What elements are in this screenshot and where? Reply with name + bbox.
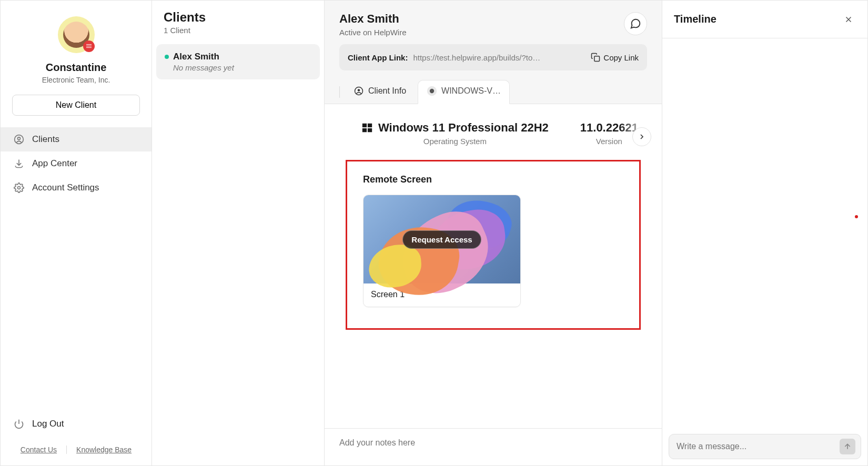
copy-link-button[interactable]: Copy Link: [591, 53, 639, 62]
os-name: Windows 11 Professional 22H2: [378, 121, 549, 135]
system-info-row[interactable]: Windows 11 Professional 22H2 Operating S…: [325, 104, 662, 157]
compose-bar: [669, 434, 861, 459]
svg-point-2: [18, 187, 21, 189]
svg-rect-3: [594, 56, 600, 62]
copy-icon: [591, 53, 600, 62]
close-icon: [844, 15, 853, 24]
svg-point-1: [18, 137, 21, 140]
nav-label: App Center: [32, 158, 77, 169]
sidebar-left: Constantine Electronic Team, Inc. New Cl…: [1, 1, 152, 465]
svg-rect-9: [368, 123, 372, 127]
clients-title: Clients: [164, 10, 312, 25]
user-circle-icon: [354, 86, 364, 96]
tab-label: WINDOWS-V…: [441, 86, 501, 96]
timeline-body[interactable]: [662, 38, 867, 428]
footer-links: Contact Us Knowledge Base: [1, 436, 152, 465]
download-icon: [13, 158, 25, 169]
logout-button[interactable]: Log Out: [1, 412, 152, 436]
client-card[interactable]: Alex Smith No messages yet: [156, 44, 320, 79]
os-label: Operating System: [361, 137, 549, 146]
clients-header: Clients 1 Client: [152, 1, 324, 40]
screen-thumbnail: Request Access: [364, 195, 520, 283]
clients-count: 1 Client: [164, 26, 312, 35]
version-label: Version: [580, 137, 638, 146]
profile-block: Constantine Electronic Team, Inc.: [1, 1, 152, 84]
svg-rect-10: [362, 128, 367, 131]
detail-title: Alex Smith: [339, 12, 407, 26]
notes-area: [325, 428, 662, 465]
svg-point-5: [358, 89, 360, 92]
request-access-button[interactable]: Request Access: [402, 230, 481, 249]
new-client-button[interactable]: New Client: [12, 95, 140, 116]
nav-item-clients[interactable]: Clients: [1, 127, 152, 151]
nav-label: Account Settings: [32, 183, 99, 193]
client-name: Alex Smith: [173, 52, 219, 62]
brand-badge-icon: [83, 40, 95, 52]
client-name-row: Alex Smith: [165, 52, 311, 62]
scroll-next-button[interactable]: [632, 127, 651, 146]
avatar[interactable]: [58, 16, 95, 53]
tab-client-info[interactable]: Client Info: [345, 80, 415, 104]
gear-icon: [13, 182, 25, 194]
clients-column: Clients 1 Client Alex Smith No messages …: [152, 1, 325, 465]
sysinfo-os: Windows 11 Professional 22H2 Operating S…: [346, 121, 564, 146]
knowledge-base-link[interactable]: Knowledge Base: [67, 445, 141, 454]
svg-rect-11: [368, 128, 372, 131]
notes-input[interactable]: [339, 438, 647, 448]
power-icon: [13, 418, 25, 430]
arrow-up-icon: [843, 442, 852, 451]
tab-separator: [339, 86, 340, 98]
copy-link-label: Copy Link: [603, 53, 639, 62]
contact-us-link[interactable]: Contact Us: [11, 445, 66, 454]
detail-body: Windows 11 Professional 22H2 Operating S…: [325, 104, 662, 465]
detail-column: Alex Smith Active on HelpWire Client App…: [325, 1, 662, 465]
marker-dot-icon: [855, 215, 858, 218]
tab-device[interactable]: WINDOWS-V…: [418, 80, 510, 104]
timeline-header: Timeline: [662, 1, 867, 38]
logout-label: Log Out: [32, 419, 64, 429]
chat-icon: [630, 18, 641, 29]
status-online-icon: [165, 55, 169, 59]
chat-button[interactable]: [624, 12, 647, 35]
detail-subtitle: Active on HelpWire: [339, 28, 407, 37]
tab-label: Client Info: [368, 86, 406, 96]
link-url[interactable]: https://test.helpwire.app/builds/?to…: [413, 53, 586, 62]
remote-screen-title: Remote Screen: [363, 174, 623, 185]
svg-point-7: [430, 89, 434, 93]
version-value: 11.0.22621: [580, 121, 638, 135]
svg-rect-8: [362, 123, 367, 127]
nav-label: Clients: [32, 134, 59, 145]
nav-list: Clients App Center Account Settings: [1, 127, 152, 200]
client-app-link-bar: Client App Link: https://test.helpwire.a…: [339, 44, 647, 70]
detail-header: Alex Smith Active on HelpWire: [325, 1, 662, 44]
device-avatar-icon: [427, 86, 437, 96]
timeline-column: Timeline: [662, 1, 867, 465]
user-circle-icon: [13, 134, 25, 145]
remote-screen-highlight: Remote Screen Request Access Screen 1: [346, 160, 641, 330]
profile-org: Electronic Team, Inc.: [42, 76, 110, 84]
link-label: Client App Link:: [348, 53, 408, 62]
nav-item-account-settings[interactable]: Account Settings: [1, 176, 152, 200]
client-subtitle: No messages yet: [173, 63, 311, 72]
timeline-title: Timeline: [674, 13, 716, 25]
windows-icon: [361, 122, 373, 134]
screen-card[interactable]: Request Access Screen 1: [363, 195, 521, 307]
detail-tabs: Client Info WINDOWS-V…: [325, 70, 662, 104]
send-button[interactable]: [840, 439, 855, 454]
message-input[interactable]: [677, 442, 840, 451]
profile-name: Constantine: [46, 62, 107, 74]
close-button[interactable]: [841, 12, 856, 27]
nav-item-app-center[interactable]: App Center: [1, 151, 152, 176]
chevron-right-icon: [638, 133, 646, 141]
